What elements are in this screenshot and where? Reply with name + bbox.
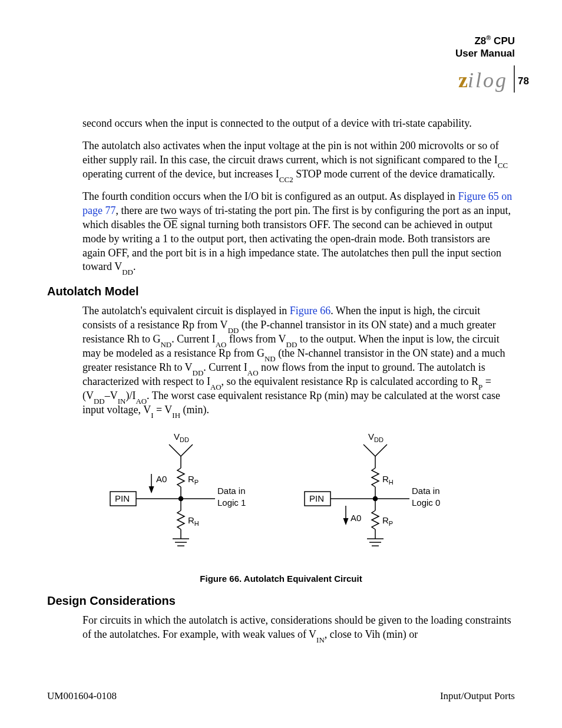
figure-ref-link[interactable]: Figure 66 [290,305,331,317]
subscript: AO [135,397,147,406]
product-suffix: CPU [491,35,515,47]
figure-caption: Figure 66. Autolatch Equivalent Circuit [47,574,515,584]
doc-title: Z8® CPU User Manual [455,34,515,60]
text: For circuits in which the autolatch is a… [82,614,511,640]
subscript: DD [228,326,239,335]
subscript: P [478,383,482,391]
zilog-logo: zilog [458,68,508,93]
text: STOP mode current of the device dramatic… [293,168,495,180]
svg-text:RH: RH [382,474,394,486]
product-name: Z8 [474,35,486,47]
paragraph: For circuits in which the autolatch is a… [82,614,515,642]
text: flows from V [226,333,286,345]
svg-text:A0: A0 [351,513,361,523]
svg-text:VDD: VDD [368,431,384,443]
overline-signal: OE [163,219,177,230]
svg-text:A0: A0 [156,474,167,484]
subscript: I [151,411,153,420]
text: –V [105,390,118,401]
text: = V [153,404,172,416]
subscript: AO [210,383,222,391]
svg-line-2 [181,444,193,456]
svg-text:Logic 0: Logic 0 [412,498,440,508]
svg-text:PIN: PIN [309,493,324,503]
svg-text:VDD: VDD [174,431,189,443]
text: , so the equivalent resistance Rp is cal… [222,375,478,387]
page-header: Z8® CPU User Manual zilog [455,34,515,93]
page-body: second occurs when the input is connecte… [47,117,515,642]
svg-text:PIN: PIN [115,493,130,503]
paragraph: The fourth condition occurs when the I/O… [82,190,515,275]
doc-subtitle: User Manual [455,48,515,59]
subscript: ND [265,354,276,363]
subscript: AO [247,368,259,377]
paragraph: The autolatch also activates when the in… [82,139,515,182]
subscript: DD [122,268,133,276]
svg-line-1 [169,444,181,456]
text: )/I [125,390,135,401]
paragraph: second occurs when the input is connecte… [82,117,515,131]
page: Z8® CPU User Manual zilog 78 second occu… [0,0,562,728]
text: . Current I [171,333,215,345]
logo-row: zilog [455,65,515,93]
subscript: IN [316,635,325,644]
page-number: 78 [518,75,529,87]
text: The fourth condition occurs when the I/O… [82,190,458,202]
subscript: ND [160,340,171,349]
text: , close to Vih (min) or [325,628,418,640]
footer-section: Input/Output Ports [440,690,515,702]
subscript: DD [193,368,204,377]
svg-text:RH: RH [188,515,199,527]
text: The autolatch also activates when the in… [82,140,499,166]
subscript: IH [172,411,180,420]
text: The autolatch's equivalent circuit is di… [82,305,290,317]
text: operating current of the device, but inc… [82,168,279,180]
svg-line-22 [363,444,375,456]
section-heading-design: Design Considerations [47,594,515,608]
subscript: IN [118,397,126,406]
text: . [133,261,136,272]
footer-doc-id: UM001604-0108 [47,690,117,702]
page-footer: UM001604-0108 Input/Output Ports [47,690,515,702]
svg-text:RP: RP [382,515,393,527]
subscript: DD [94,397,105,406]
text: (min). [180,404,209,416]
svg-text:Logic 1: Logic 1 [217,498,246,508]
circuit-diagram-icon: VDD RP PIN A0 [87,428,475,566]
section-heading-autolatch: Autolatch Model [47,285,515,298]
svg-text:RP: RP [188,474,199,486]
text: . Current I [203,361,247,373]
figure-66: VDD RP PIN A0 [47,428,515,584]
svg-text:Data in: Data in [217,486,246,496]
subscript: CC [498,161,508,170]
subscript: CC2 [279,175,293,184]
subscript: AO [216,340,227,349]
subscript: DD [286,340,297,349]
svg-line-23 [375,444,387,456]
svg-text:Data in: Data in [412,486,440,496]
paragraph: The autolatch's equivalent circuit is di… [82,304,515,417]
